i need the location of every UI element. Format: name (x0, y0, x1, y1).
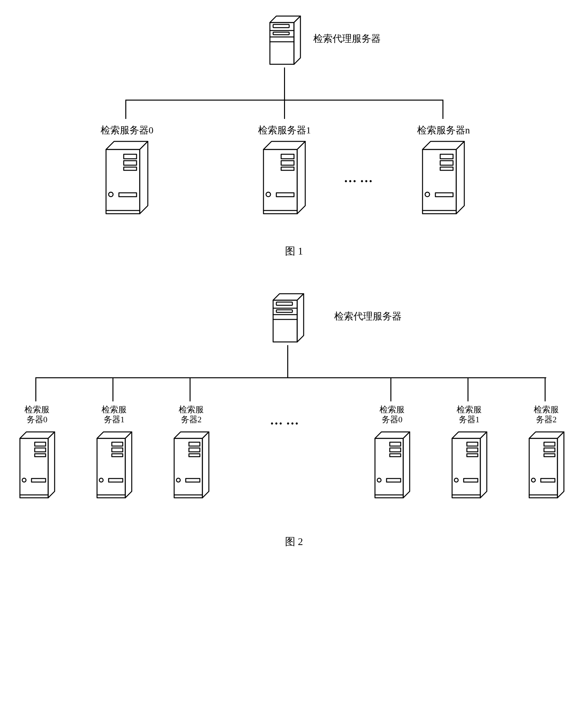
svg-point-49 (22, 478, 26, 482)
svg-rect-83 (467, 448, 478, 452)
proxy-server-label-fig2: 检索代理服务器 (334, 310, 402, 323)
tower-server-icon (16, 429, 61, 503)
f2-server-left-0 (16, 429, 61, 503)
svg-marker-0 (270, 22, 294, 64)
f2-server-right-0 (371, 429, 416, 503)
svg-rect-77 (386, 478, 401, 482)
proxy-server-fig1 (264, 13, 305, 67)
svg-point-94 (531, 478, 535, 482)
svg-marker-79 (452, 438, 480, 498)
f2-server-right-0-label: 检索服 务器0 (373, 405, 411, 424)
svg-rect-42 (276, 310, 292, 312)
svg-rect-57 (112, 454, 123, 457)
svg-rect-41 (276, 302, 292, 305)
figure-2-caption: 图 2 (13, 535, 575, 549)
svg-point-32 (425, 192, 429, 197)
svg-rect-92 (544, 448, 555, 452)
svg-rect-91 (544, 442, 555, 446)
svg-rect-47 (35, 448, 46, 452)
svg-marker-10 (140, 141, 148, 214)
proxy-server-fig2 (267, 291, 309, 345)
svg-rect-33 (435, 193, 453, 197)
f2-server-left-2-label: 检索服 务器2 (172, 405, 210, 424)
svg-rect-84 (467, 454, 478, 457)
svg-point-58 (99, 478, 103, 482)
svg-point-14 (109, 192, 113, 197)
svg-rect-11 (124, 154, 136, 159)
svg-rect-74 (390, 448, 401, 452)
svg-rect-6 (273, 24, 289, 28)
svg-rect-12 (124, 161, 136, 165)
proxy-server-label-fig1: 检索代理服务器 (313, 32, 381, 45)
figure-1-diagram: 检索代理服务器 检索服务器0 检索服务器1 检索服务器n (13, 13, 575, 231)
svg-rect-55 (112, 442, 123, 446)
svg-point-67 (176, 478, 180, 482)
svg-rect-75 (390, 454, 401, 457)
tower-server-icon (259, 138, 313, 219)
tower-server-icon (93, 429, 138, 503)
search-server-1-label-fig1: 检索服务器1 (257, 124, 312, 137)
search-server-1-fig1 (259, 138, 313, 219)
svg-rect-50 (31, 478, 46, 482)
f2-server-right-2-label: 检索服 务器2 (527, 405, 566, 424)
svg-point-23 (266, 192, 271, 197)
f2-server-left-2 (170, 429, 215, 503)
figure-2: 检索代理服务器 检索服 务器0 检索服 务器1 检索服 务器2 检索服 务器0 … (13, 291, 575, 549)
svg-rect-48 (35, 454, 46, 457)
svg-marker-81 (480, 432, 487, 498)
svg-marker-35 (273, 300, 297, 342)
svg-rect-64 (189, 442, 200, 446)
svg-marker-2 (294, 16, 300, 64)
figure-1: 检索代理服务器 检索服务器0 检索服务器1 检索服务器n (13, 13, 575, 258)
search-server-n-label-fig1: 检索服务器n (416, 124, 471, 137)
svg-rect-66 (189, 454, 200, 457)
f2-server-right-1-label: 检索服 务器1 (450, 405, 488, 424)
search-server-0-label-fig1: 检索服务器0 (100, 124, 154, 137)
svg-rect-7 (273, 32, 289, 35)
svg-marker-61 (174, 438, 203, 498)
search-server-n-fig1 (418, 138, 472, 219)
svg-rect-15 (119, 193, 136, 197)
svg-rect-68 (186, 478, 200, 482)
f2-server-left-0-label: 检索服 务器0 (18, 405, 56, 424)
svg-rect-20 (281, 154, 294, 159)
figure-1-caption: 图 1 (13, 244, 575, 258)
svg-rect-73 (390, 442, 401, 446)
svg-rect-13 (124, 167, 136, 170)
tower-server-icon (170, 429, 215, 503)
svg-marker-45 (48, 432, 55, 498)
f2-server-left-1-label: 检索服 务器1 (95, 405, 133, 424)
svg-point-85 (454, 478, 458, 482)
svg-marker-52 (97, 438, 125, 498)
svg-marker-72 (403, 432, 410, 498)
svg-marker-54 (125, 432, 132, 498)
svg-marker-37 (297, 294, 303, 342)
svg-rect-24 (276, 193, 294, 197)
svg-rect-31 (440, 167, 453, 170)
svg-rect-93 (544, 454, 555, 457)
ellipsis-fig2: …… (270, 413, 302, 428)
svg-marker-43 (20, 438, 48, 498)
tower-server-icon (101, 138, 156, 219)
svg-rect-59 (109, 478, 123, 482)
svg-rect-21 (281, 161, 294, 165)
tower-server-icon (371, 429, 416, 503)
f2-server-right-1 (448, 429, 493, 503)
ellipsis-fig1: …… (344, 170, 376, 185)
svg-marker-28 (456, 141, 464, 214)
svg-rect-65 (189, 448, 200, 452)
svg-rect-22 (281, 167, 294, 170)
svg-marker-19 (297, 141, 305, 214)
rack-server-icon (264, 13, 305, 67)
svg-marker-70 (375, 438, 403, 498)
svg-rect-46 (35, 442, 46, 446)
svg-rect-56 (112, 448, 123, 452)
svg-marker-63 (203, 432, 209, 498)
f2-server-right-2 (525, 429, 570, 503)
svg-rect-30 (440, 161, 453, 165)
tower-server-icon (448, 429, 493, 503)
svg-rect-82 (467, 442, 478, 446)
tower-server-icon (525, 429, 570, 503)
svg-marker-90 (558, 432, 564, 498)
search-server-0-fig1 (101, 138, 156, 219)
